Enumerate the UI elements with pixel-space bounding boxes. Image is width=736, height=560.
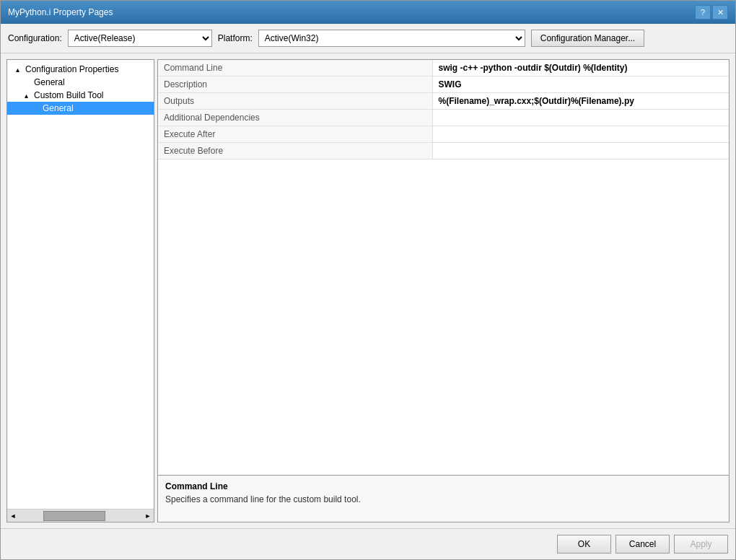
title-bar: MyPython.i Property Pages ? ✕ (1, 1, 735, 24)
table-row[interactable]: Description SWIG (158, 76, 729, 93)
props-table: Command Line swig -c++ -python -outdir $… (158, 60, 729, 475)
prop-value-command-line[interactable]: swig -c++ -python -outdir $(Outdir) %(Id… (432, 60, 729, 76)
title-bar-controls: ? ✕ (695, 5, 728, 19)
prop-value-outputs[interactable]: %(Filename)_wrap.cxx;$(Outdir)%(Filename… (432, 93, 729, 110)
properties-table: Command Line swig -c++ -python -outdir $… (158, 60, 729, 159)
tree-item-custom-build-tool[interactable]: ▴ Custom Build Tool (7, 89, 154, 102)
main-content: ▴ Configuration Properties General ▴ Cus… (1, 53, 735, 528)
help-button[interactable]: ? (695, 5, 711, 19)
right-panel: Command Line swig -c++ -python -outdir $… (157, 59, 730, 522)
prop-name-outputs: Outputs (158, 93, 432, 110)
table-row[interactable]: Execute After (158, 126, 729, 143)
tree-arrow-config: ▴ (16, 66, 23, 74)
tree-label-general-sub: General (43, 103, 74, 113)
config-select[interactable]: Active(Release) (68, 30, 212, 47)
tree-label-config-properties: Configuration Properties (25, 64, 118, 74)
table-row[interactable]: Outputs %(Filename)_wrap.cxx;$(Outdir)%(… (158, 93, 729, 110)
left-panel: ▴ Configuration Properties General ▴ Cus… (6, 59, 154, 522)
tree-label-general: General (34, 77, 65, 87)
tree-item-general-sub[interactable]: General (7, 102, 154, 115)
description-text: Specifies a command line for the custom … (165, 494, 722, 504)
prop-name-execute-after: Execute After (158, 126, 432, 143)
prop-value-description[interactable]: SWIG (432, 76, 729, 93)
table-row[interactable]: Additional Dependencies (158, 110, 729, 126)
toolbar-row: Configuration: Active(Release) Platform:… (1, 24, 735, 53)
config-manager-button[interactable]: Configuration Manager... (531, 30, 644, 47)
tree-arrow-custom-build: ▴ (25, 92, 32, 100)
scroll-track[interactable] (19, 509, 142, 522)
platform-label: Platform: (218, 33, 253, 43)
tree-label-custom-build-tool: Custom Build Tool (34, 90, 104, 100)
description-title: Command Line (165, 481, 722, 491)
prop-value-additional-deps[interactable] (432, 110, 729, 126)
platform-select[interactable]: Active(Win32) (258, 30, 525, 47)
apply-button[interactable]: Apply (674, 535, 728, 554)
footer: OK Cancel Apply (1, 528, 735, 559)
config-label: Configuration: (8, 33, 62, 43)
table-row[interactable]: Execute Before (158, 143, 729, 159)
prop-value-execute-after[interactable] (432, 126, 729, 143)
prop-value-execute-before[interactable] (432, 143, 729, 159)
prop-name-command-line: Command Line (158, 60, 432, 76)
dialog-title: MyPython.i Property Pages (8, 7, 113, 17)
scrollbar-area: ◄ ► (7, 509, 154, 522)
prop-name-execute-before: Execute Before (158, 143, 432, 159)
prop-name-description: Description (158, 76, 432, 93)
tree-item-config-properties[interactable]: ▴ Configuration Properties (7, 63, 154, 76)
scroll-thumb (43, 511, 105, 521)
dialog: MyPython.i Property Pages ? ✕ Configurat… (0, 0, 736, 560)
ok-button[interactable]: OK (557, 535, 611, 554)
cancel-button[interactable]: Cancel (615, 535, 670, 554)
prop-name-additional-deps: Additional Dependencies (158, 110, 432, 126)
close-button[interactable]: ✕ (712, 5, 728, 19)
scroll-left-button[interactable]: ◄ (7, 509, 19, 522)
tree-container: ▴ Configuration Properties General ▴ Cus… (7, 60, 154, 509)
scroll-right-button[interactable]: ► (142, 509, 154, 522)
description-panel: Command Line Specifies a command line fo… (158, 475, 729, 522)
tree-item-general[interactable]: General (7, 76, 154, 89)
table-row[interactable]: Command Line swig -c++ -python -outdir $… (158, 60, 729, 76)
